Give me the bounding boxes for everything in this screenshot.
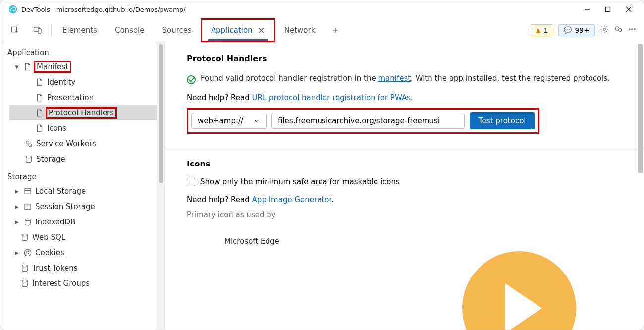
file-icon [35,93,44,102]
sidebar-item-interest-groups[interactable]: Interest Groups [9,275,164,291]
checkbox-icon[interactable] [187,178,195,186]
sidebar-item-cookies[interactable]: ▸ Cookies [9,245,164,260]
sidebar-item-session-storage[interactable]: ▸ Session Storage [9,199,164,214]
device-toggle-icon[interactable] [26,18,49,42]
sidebar-item-service-workers[interactable]: Service Workers [9,136,164,151]
chevron-right-icon: ▸ [13,202,20,211]
add-tab-icon[interactable] [324,18,347,42]
tab-network[interactable]: Network [275,18,324,42]
manifest-link[interactable]: manifest [378,74,411,83]
table-icon [23,187,32,196]
file-icon [23,62,32,71]
app-primary-icon [462,251,576,330]
svg-rect-2 [606,7,610,12]
titlebar: DevTools - microsoftedge.github.io/Demos… [0,0,644,18]
settings-icon[interactable] [600,25,609,36]
primary-icon-label: Primary icon as used by [187,210,622,219]
tab-sources[interactable]: Sources [153,18,200,42]
svg-point-30 [28,253,29,254]
edge-label: Microsoft Edge [187,237,622,246]
section-icons: Icons [187,159,622,168]
warn-count: 1 [544,26,548,34]
window-title: DevTools - microsoftedge.github.io/Demos… [21,6,186,13]
sidebar-item-identity[interactable]: Identity [9,74,164,90]
maskable-checkbox-row[interactable]: Show only the minimum safe area for mask… [187,177,622,186]
sidebar-item-presentation[interactable]: Presentation [9,90,164,105]
test-protocol-button[interactable]: Test protocol [470,112,535,129]
sidebar-item-manifest[interactable]: ▾ Manifest [9,59,164,74]
sidebar-item-storage[interactable]: Storage [9,151,164,166]
more-icon[interactable] [628,25,637,36]
svg-point-28 [24,249,31,256]
protocol-select[interactable]: web+amp:// [191,113,267,129]
svg-point-14 [629,28,630,29]
main-scrollbar[interactable] [636,42,644,330]
svg-rect-7 [38,29,41,33]
maximize-icon[interactable] [605,6,611,12]
protocol-url-input[interactable] [271,113,465,129]
close-tab-icon[interactable]: × [258,25,265,35]
messages-count: 99+ [575,26,590,34]
tab-application[interactable]: Application × [201,18,275,42]
svg-point-33 [22,280,28,282]
chevron-right-icon: ▸ [13,187,20,196]
check-icon [187,75,196,84]
svg-point-15 [632,28,633,29]
svg-rect-23 [25,204,31,209]
database-icon [20,233,29,242]
success-message: Found valid protocol handler registratio… [187,72,622,84]
sidebar-item-websql[interactable]: Web SQL [9,229,164,245]
database-icon [24,155,33,164]
app-icon [8,5,17,14]
chevron-right-icon: ▸ [13,248,20,257]
help-text: Need help? Read URL protocol handler reg… [187,93,622,102]
application-sidebar: Application ▾ Manifest Identity Presenta… [0,42,165,330]
file-icon [35,124,44,133]
issues-warn-badge[interactable]: ▲ 1 [531,24,554,36]
gears-icon [24,139,33,148]
close-icon[interactable] [626,6,632,12]
main-panel: Protocol Handlers Found valid protocol h… [165,42,644,330]
svg-point-19 [26,156,32,158]
panel-tabs: Elements Console Sources Application × N… [54,18,347,42]
test-protocol-row: web+amp:// Test protocol [187,108,539,134]
sidebar-item-trust-tokens[interactable]: Trust Tokens [9,260,164,275]
minimize-icon[interactable] [584,6,590,12]
svg-point-31 [28,251,29,252]
sidebar-item-icons[interactable]: Icons [9,120,164,136]
file-icon [35,78,44,87]
chevron-right-icon: ▸ [13,218,20,226]
chevron-down-icon [253,117,260,124]
messages-badge[interactable]: 💬 99+ [558,24,595,36]
warning-icon: ▲ [536,26,541,34]
tab-console[interactable]: Console [106,18,154,42]
feedback-icon[interactable] [614,25,623,36]
sidebar-group-application: Application [0,42,164,59]
app-image-gen-link[interactable]: App Image Generator [252,195,332,204]
sidebar-group-storage: Storage [0,166,164,183]
help-icons-text: Need help? Read App Image Generator. [187,195,622,204]
file-icon [35,109,44,117]
chevron-down-icon: ▾ [13,62,20,71]
database-icon [20,264,29,273]
sidebar-item-indexeddb[interactable]: ▸ IndexedDB [9,214,164,229]
sidebar-item-protocol-handlers[interactable]: Protocol Handlers [9,105,164,120]
database-icon [23,218,32,226]
tab-application-label: Application [211,26,253,35]
help-pwa-link[interactable]: URL protocol handler registration for PW… [252,93,411,102]
svg-point-27 [22,234,28,236]
svg-point-16 [634,28,635,29]
table-icon [23,202,32,211]
play-icon [505,283,542,330]
svg-point-26 [25,219,31,221]
message-icon: 💬 [564,26,572,34]
svg-point-17 [26,141,29,144]
inspect-icon[interactable] [3,18,26,42]
svg-point-32 [22,265,28,267]
manifest-label: Manifest [34,61,71,73]
tab-elements[interactable]: Elements [54,18,106,42]
separator [51,24,52,37]
sidebar-scrollbar[interactable] [157,42,164,330]
divider [165,148,644,148]
sidebar-item-local-storage[interactable]: ▸ Local Storage [9,183,164,199]
